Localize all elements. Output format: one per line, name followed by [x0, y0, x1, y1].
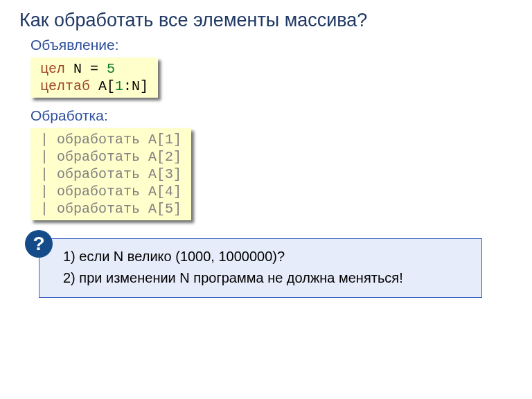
colon-n: :N] — [123, 78, 148, 94]
process-word: обработать — [57, 201, 148, 217]
section-declaration-label: Объявление: — [30, 37, 513, 53]
slide: Как обработать все элементы массива? Объ… — [0, 0, 532, 399]
code-line: | обработать A[3] — [40, 166, 181, 183]
process-word: обработать — [57, 149, 148, 165]
process-word: обработать — [57, 184, 148, 200]
bar: | — [40, 166, 57, 182]
bar: | — [40, 184, 57, 200]
arr-ref: A[5] — [148, 201, 181, 217]
code-box-declaration: цел N = 5 целтаб A[1:N] — [30, 57, 158, 98]
keyword-arr: целтаб — [40, 78, 98, 94]
bar: | — [40, 132, 57, 148]
arr-ref: A[2] — [148, 149, 181, 165]
code-line: цел N = 5 — [40, 60, 148, 78]
section-processing-label: Обработка: — [30, 107, 513, 124]
question-line-2: 2) при изменении N программа не должна м… — [63, 267, 469, 289]
code-line: | обработать A[1] — [40, 131, 181, 148]
bar: | — [40, 201, 57, 217]
code-box-processing: | обработать A[1] | обработать A[2] | об… — [30, 128, 191, 220]
process-word: обработать — [57, 132, 148, 148]
keyword-int: цел — [40, 61, 73, 77]
code-line: | обработать A[4] — [40, 183, 181, 200]
arr-ref: A[1] — [148, 132, 181, 148]
slide-title: Как обработать все элементы массива? — [19, 10, 513, 31]
code-line: | обработать A[2] — [40, 148, 181, 166]
literal-5: 5 — [107, 61, 115, 77]
question-box: 1) если N велико (1000, 1000000)? 2) при… — [39, 238, 482, 298]
arr-ref: A[3] — [148, 166, 181, 182]
arr-open: A[ — [98, 78, 115, 94]
question-block: ? 1) если N велико (1000, 1000000)? 2) п… — [39, 238, 513, 298]
code-line: целтаб A[1:N] — [40, 78, 148, 95]
literal-1: 1 — [115, 78, 123, 94]
var-n: N — [73, 61, 82, 77]
question-mark-icon: ? — [25, 230, 53, 258]
process-word: обработать — [57, 166, 148, 182]
equals: = — [82, 61, 107, 77]
arr-ref: A[4] — [148, 184, 181, 200]
bar: | — [40, 149, 57, 165]
code-line: | обработать A[5] — [40, 200, 181, 218]
question-line-1: 1) если N велико (1000, 1000000)? — [63, 246, 469, 267]
